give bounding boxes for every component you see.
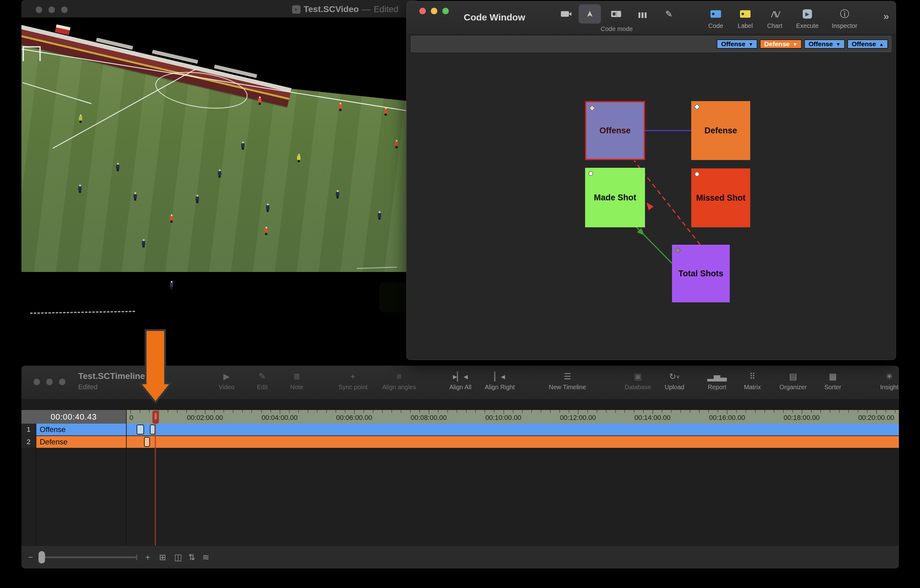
filter-button-offense[interactable]: Offense▲ — [847, 39, 888, 49]
code-link-lines — [407, 53, 896, 360]
minimize-button[interactable] — [431, 8, 437, 14]
new-timeline-icon: ☰ — [564, 370, 571, 383]
toolbar-button-align-all[interactable]: ▸▏◂Align All — [449, 370, 471, 391]
code-button-total-shots[interactable]: Total Shots — [672, 245, 730, 302]
player-body — [133, 194, 137, 199]
video-window-titlebar[interactable]: ▸ Test.SCVideo — Edited — [21, 0, 419, 18]
code-button-made-shot[interactable]: Made Shot — [585, 168, 645, 227]
add-row-icon[interactable]: ⊞ — [159, 551, 166, 563]
toolbar-button-note[interactable]: ≣Note — [290, 370, 303, 391]
zoom-slider-track[interactable] — [41, 556, 137, 558]
player-body — [266, 205, 269, 210]
toolbar-overflow-button[interactable]: » — [883, 11, 889, 22]
toolbar-button-sorter[interactable]: ▦Sorter — [824, 370, 841, 391]
row-label[interactable]: Defense — [36, 436, 126, 448]
filter-button-offense[interactable]: Offense▼ — [717, 39, 757, 49]
code-button-missed-shot[interactable]: Missed Shot — [691, 168, 750, 227]
timeline-clip[interactable] — [144, 437, 150, 447]
code-mode-camera-button[interactable] — [554, 4, 576, 24]
report-icon: ▂▅▃ — [707, 370, 727, 383]
toolbar-button-video[interactable]: ▶Video — [219, 370, 235, 391]
player-orange — [264, 227, 268, 235]
toolbar-button-inspector[interactable]: ⓘInspector — [821, 7, 868, 29]
ruler-tick — [345, 410, 345, 413]
row-number: 2 — [21, 436, 36, 448]
toolbar-button-label: Align Right — [485, 384, 515, 391]
player-legs — [267, 210, 269, 212]
code-mode-text-box-button[interactable] — [605, 4, 627, 24]
toolbar-button-align-right[interactable]: ▏◂Align Right — [485, 370, 515, 391]
ruler-tick — [261, 410, 262, 413]
sort-updown-icon[interactable]: ⇅ — [188, 551, 196, 563]
toolbar-button-new-timeline[interactable]: ☰New Timeline — [549, 370, 586, 391]
toolbar-button-label: Label — [738, 22, 753, 29]
toolbar-button-upload[interactable]: ↻ ∨Upload — [664, 370, 684, 391]
close-button[interactable] — [36, 6, 42, 13]
timeline-clip[interactable] — [150, 425, 155, 435]
row-track[interactable] — [126, 424, 899, 435]
code-window-titlebar[interactable]: Code Window ➤✎ Code mode CodeLabel⋀⋁Char… — [407, 1, 896, 34]
player-legs — [265, 233, 267, 235]
player-body — [297, 156, 300, 160]
ruler-time-label: 00:02:00.00 — [187, 414, 223, 422]
code-mode-pencil-button[interactable]: ✎ — [658, 4, 680, 24]
zoom-slider-thumb[interactable] — [39, 551, 45, 564]
filter-button-offense[interactable]: Offense▼ — [804, 39, 845, 49]
timeline-clip[interactable] — [136, 425, 144, 435]
ruler-tick — [149, 410, 150, 413]
toolbar-button-label: Edit — [257, 384, 267, 391]
timeline-ruler[interactable]: 000:02:00.0000:04:00.0000:06:00.0000:08:… — [126, 410, 899, 424]
close-button[interactable] — [34, 379, 40, 385]
zoom-button[interactable] — [59, 379, 65, 385]
feed-icon[interactable]: ≋ — [202, 551, 209, 563]
filter-button-label: Offense — [721, 40, 745, 48]
ruler-tick — [643, 410, 644, 413]
ruler-tick — [373, 410, 373, 413]
zoom-in-plus-icon[interactable]: + — [145, 551, 150, 563]
ruler-tick — [484, 410, 485, 413]
zoom-button[interactable] — [61, 6, 68, 13]
toolbar-button-matrix[interactable]: ⠿Matrix — [744, 370, 761, 391]
toolbar-button-report[interactable]: ▂▅▃Report — [707, 370, 727, 391]
ruler-tick — [335, 410, 336, 413]
code-mode-bar-chart-button[interactable] — [631, 4, 654, 24]
split-view-icon[interactable]: ◫ — [174, 551, 182, 563]
code-button-offense[interactable]: Offense — [585, 101, 645, 160]
minimize-button[interactable] — [46, 379, 53, 385]
filter-button-label: Defense — [764, 40, 790, 48]
timecode-display: 00:00:40.43 — [21, 410, 126, 424]
close-button[interactable] — [420, 8, 426, 14]
player-body — [378, 213, 381, 217]
filter-button-defense[interactable]: Defense▼ — [760, 39, 802, 49]
code-mode-select-cursor-button[interactable]: ➤ — [578, 4, 601, 24]
circle-marker-icon — [695, 172, 699, 176]
ruler-tick — [569, 410, 569, 413]
toolbar-button-align-angles[interactable]: ≡Align angles — [382, 370, 416, 391]
player-legs — [219, 176, 221, 178]
ruler-tick — [848, 410, 849, 413]
annotation-arrow-down — [136, 328, 175, 405]
player-legs — [298, 160, 300, 162]
code-filter-bar[interactable]: Offense▼Defense▼Offense▼Offense▲ — [411, 36, 891, 52]
ruler-tick — [233, 410, 233, 413]
ruler-tick — [811, 410, 811, 413]
ruler-tick — [559, 410, 560, 413]
toolbar-button-organizer[interactable]: ▤Organizer — [779, 370, 807, 391]
code-button-defense[interactable]: Defense — [691, 101, 750, 160]
label-timeline-divider[interactable] — [126, 410, 126, 546]
player-body — [264, 229, 268, 233]
code-button-label: Offense — [599, 126, 631, 136]
zoom-button[interactable] — [442, 8, 449, 14]
row-label[interactable]: Offense — [36, 424, 126, 435]
row-track[interactable] — [126, 436, 899, 448]
player-navy — [378, 211, 381, 220]
minimize-button[interactable] — [49, 6, 55, 13]
zoom-out-minus-icon[interactable]: − — [28, 551, 33, 563]
toolbar-button-label: Align All — [449, 384, 471, 391]
toolbar-button-insight[interactable]: ✳Insight — [880, 370, 899, 391]
playhead-marker[interactable] — [152, 410, 159, 424]
toolbar-button-sync-point[interactable]: +Sync point — [339, 370, 367, 391]
code-button-canvas: OffenseDefenseMade ShotMissed ShotTotal … — [407, 53, 896, 360]
toolbar-button-edit[interactable]: ✎Edit — [257, 370, 267, 391]
toolbar-button-database[interactable]: ▣Database — [625, 370, 651, 391]
